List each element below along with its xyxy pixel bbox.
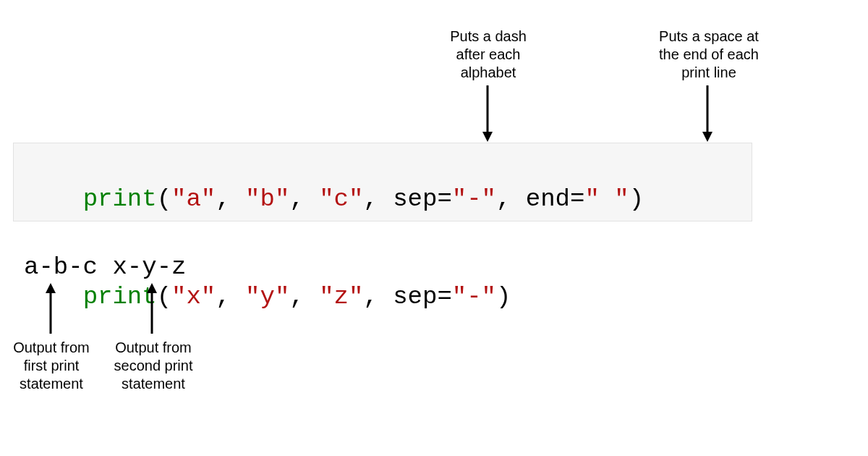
token-sep-val: "-": [452, 283, 496, 311]
token-str-z: "z": [319, 283, 363, 311]
code-block: print("a", "b", "c", sep="-", end=" ") p…: [13, 143, 752, 221]
token-comma: ,: [216, 185, 245, 213]
token-eq: =: [570, 185, 584, 213]
token-eq: =: [437, 185, 451, 213]
arrow-out1-up: [48, 283, 53, 334]
svg-marker-3: [702, 132, 712, 142]
token-comma: ,: [289, 185, 319, 213]
token-str-y: "y": [245, 283, 289, 311]
token-close: ): [496, 283, 511, 311]
arrow-sep-down: [485, 85, 490, 142]
token-print: print: [83, 283, 157, 311]
token-str-x: "x": [171, 283, 216, 311]
token-comma: ,: [363, 283, 393, 311]
annotation-sep: Puts a dash after each alphabet: [423, 28, 553, 82]
token-end-kw: end: [526, 185, 570, 213]
token-open: (: [157, 283, 171, 311]
svg-marker-1: [482, 132, 493, 142]
arrow-out2-up: [150, 283, 154, 334]
token-comma: ,: [496, 185, 526, 213]
token-sep-val: "-": [452, 185, 496, 213]
token-eq: =: [437, 283, 451, 311]
token-comma: ,: [216, 283, 245, 311]
token-open: (: [157, 185, 171, 213]
annotation-out2: Output from second print statement: [107, 339, 200, 393]
token-str-c: "c": [319, 185, 363, 213]
token-sep-kw: sep: [393, 185, 437, 213]
token-close: ): [629, 185, 644, 213]
token-str-b: "b": [245, 185, 289, 213]
token-str-a: "a": [171, 185, 216, 213]
annotation-out1: Output from first print statement: [9, 339, 94, 393]
annotation-end: Puts a space at the end of each print li…: [637, 28, 781, 82]
token-print: print: [83, 185, 157, 213]
arrow-end-down: [705, 85, 710, 142]
token-comma: ,: [363, 185, 393, 213]
output-text: a-b-c x-y-z: [24, 253, 186, 281]
token-comma: ,: [289, 283, 319, 311]
token-sep-kw: sep: [393, 283, 437, 311]
token-end-val: " ": [584, 185, 629, 213]
code-line-1: print("a", "b", "c", sep="-", end=" "): [24, 151, 741, 248]
